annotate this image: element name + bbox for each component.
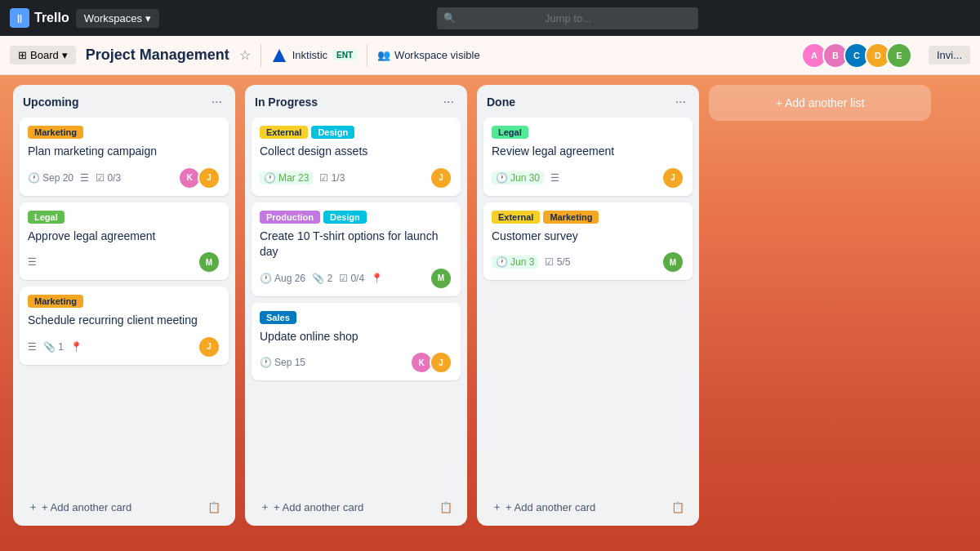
card-meta-row: 🕐 Jun 3☑ 5/5M: [492, 251, 684, 273]
card-title: Schedule recurring client meeting: [28, 313, 220, 329]
list-body: MarketingPlan marketing campaign🕐 Sep 20…: [13, 118, 235, 488]
card-avatar: M: [198, 251, 220, 273]
list-menu-button[interactable]: ···: [208, 93, 225, 111]
list-header: Done ···: [477, 85, 699, 118]
list-menu-button[interactable]: ···: [672, 93, 689, 111]
list-title: Done: [487, 96, 515, 109]
card-labels: Marketing: [28, 126, 220, 139]
clock-icon: 🕐: [260, 273, 272, 284]
card-template-icon: 📋: [207, 501, 220, 513]
card-desc-icon: ☰: [28, 256, 37, 268]
workspace-name: Inktistic: [292, 49, 327, 61]
search-wrapper: 🔍: [437, 7, 698, 29]
card-desc-icon: ☰: [28, 341, 37, 353]
list-title: Upcoming: [23, 96, 78, 109]
card-title: Collect design assets: [260, 144, 452, 160]
clock-icon: 🕐: [28, 172, 40, 184]
add-list-button[interactable]: + Add another list: [709, 85, 931, 121]
location-icon: 📍: [371, 273, 383, 284]
plus-icon: ＋: [260, 500, 270, 514]
card-avatars: J: [662, 167, 684, 189]
card[interactable]: MarketingPlan marketing campaign🕐 Sep 20…: [20, 118, 229, 196]
card-date: 🕐 Aug 26: [260, 273, 305, 284]
divider: [261, 44, 261, 67]
card-title: Plan marketing campaign: [28, 144, 220, 160]
list-body: LegalReview legal agreement🕐 Jun 30☰JExt…: [477, 118, 699, 488]
card[interactable]: ExternalMarketingCustomer survey🕐 Jun 3☑…: [483, 202, 693, 281]
add-card-label: ＋ + Add another card: [28, 500, 131, 514]
board-view-button[interactable]: ⊞ Board ▾: [10, 46, 76, 64]
search-input[interactable]: [437, 7, 698, 29]
list-menu-button[interactable]: ···: [440, 93, 457, 111]
list-upcoming: Upcoming ··· MarketingPlan marketing cam…: [13, 85, 235, 526]
card[interactable]: ExternalDesignCollect design assets🕐 Mar…: [252, 118, 461, 196]
card[interactable]: MarketingSchedule recurring client meeti…: [20, 287, 229, 365]
card-meta-row: 🕐 Mar 23☑ 1/3J: [260, 167, 452, 189]
card-avatar: J: [430, 167, 452, 189]
card-avatars: KJ: [178, 167, 220, 189]
visibility-label: Workspace visible: [394, 49, 480, 61]
card-desc-icon: ☰: [80, 172, 89, 184]
location-icon: 📍: [70, 341, 82, 353]
card-meta: ☰📎 1📍: [28, 341, 82, 353]
list-header: Upcoming ···: [13, 85, 235, 118]
invite-button[interactable]: Invi...: [929, 46, 970, 64]
card[interactable]: LegalReview legal agreement🕐 Jun 30☰J: [483, 118, 693, 196]
card-labels: Sales: [260, 311, 452, 324]
svg-marker-0: [273, 49, 286, 62]
clock-icon: 🕐: [264, 172, 276, 184]
card-title: Update online shop: [260, 329, 452, 345]
trello-logo-icon: ||: [10, 8, 29, 28]
card-title: Customer survey: [492, 229, 684, 245]
card-labels: Legal: [492, 126, 684, 139]
board-title: Project Management: [86, 47, 229, 64]
card-label: External: [492, 211, 540, 224]
board-dropdown-icon: ▾: [62, 49, 68, 61]
card[interactable]: ProductionDesignCreate 10 T-shirt option…: [252, 202, 461, 296]
ent-badge: ENT: [332, 50, 357, 60]
workspace-logo-icon: [271, 47, 287, 64]
add-card-button[interactable]: ＋ + Add another card 📋: [252, 495, 461, 519]
card-meta-row: ☰M: [28, 251, 220, 273]
avatar[interactable]: E: [886, 42, 912, 69]
card-meta: ☰: [28, 256, 37, 268]
sub-header: ⊞ Board ▾ Project Management ☆ Inktistic…: [0, 36, 980, 75]
card-avatars: J: [198, 335, 220, 358]
star-button[interactable]: ☆: [239, 47, 251, 63]
card-label: Design: [311, 126, 354, 139]
card-avatars: M: [430, 267, 452, 290]
workspace-chip: Inktistic ENT: [271, 47, 357, 64]
add-card-button[interactable]: ＋ + Add another card 📋: [483, 495, 693, 519]
list-footer: ＋ + Add another card 📋: [245, 488, 467, 526]
card-meta-row: 🕐 Sep 20☰☑ 0/3KJ: [28, 167, 220, 189]
plus-icon: ＋: [28, 500, 38, 514]
clock-icon: 🕐: [496, 256, 508, 268]
card[interactable]: SalesUpdate online shop🕐 Sep 15KJ: [252, 303, 461, 381]
card-date: 🕐 Jun 3: [492, 256, 538, 269]
card-labels: ExternalMarketing: [492, 211, 684, 224]
visibility-chip[interactable]: 👥 Workspace visible: [377, 49, 480, 61]
divider2: [367, 44, 368, 67]
card-avatars: KJ: [410, 351, 452, 374]
card-checklist: ☑ 0/4: [339, 273, 364, 284]
card[interactable]: LegalApprove legal agreement☰M: [20, 202, 229, 281]
card-date: 🕐 Jun 30: [492, 171, 544, 184]
list-done: Done ··· LegalReview legal agreement🕐 Ju…: [477, 85, 699, 526]
card-checklist: ☑ 1/3: [319, 172, 345, 184]
card-checklist: ☑ 5/5: [545, 256, 570, 268]
card-meta-row: 🕐 Jun 30☰J: [492, 167, 684, 189]
card-template-icon: 📋: [439, 501, 452, 513]
workspaces-label: Workspaces: [84, 12, 142, 24]
list-footer: ＋ + Add another card 📋: [13, 488, 235, 526]
board-label: Board: [30, 49, 59, 61]
workspaces-button[interactable]: Workspaces ▾: [76, 9, 159, 28]
add-card-button[interactable]: ＋ + Add another card 📋: [20, 495, 229, 519]
list-header: In Progress ···: [245, 85, 467, 118]
plus-icon: ＋: [492, 500, 502, 514]
card-date: 🕐 Sep 15: [260, 357, 305, 368]
card-avatar: M: [430, 267, 452, 290]
board-icon: ⊞: [18, 49, 27, 61]
card-avatars: M: [662, 251, 684, 273]
card-date: 🕐 Sep 20: [28, 172, 74, 184]
card-labels: Legal: [28, 211, 220, 224]
